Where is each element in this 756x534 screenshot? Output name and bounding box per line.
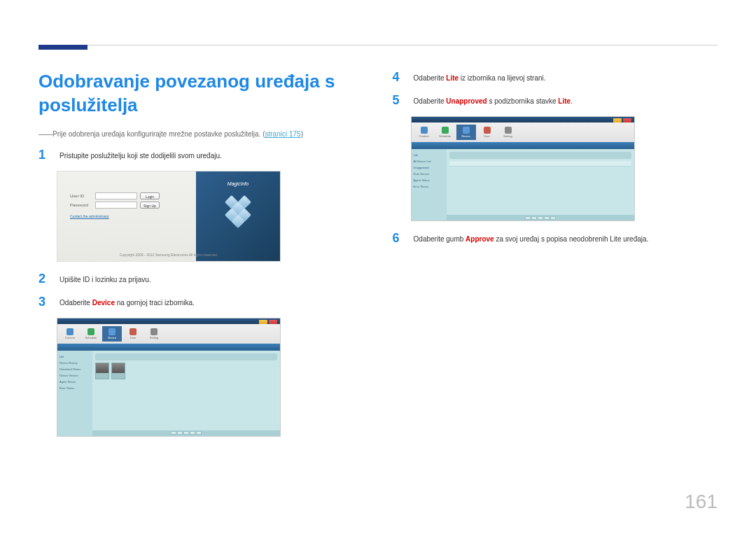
sidebar-item[interactable]: Data Service	[414, 171, 444, 177]
sidebar-item[interactable]: Error Status	[414, 183, 444, 190]
page-button[interactable]	[531, 216, 537, 220]
page-button[interactable]	[544, 216, 550, 220]
toolbar-label: Content	[419, 134, 429, 138]
list-header	[449, 152, 631, 159]
step-1: 1 Pristupite poslužitelju koji ste dodij…	[38, 148, 365, 162]
toolbar-user[interactable]: User	[477, 125, 497, 140]
step-number: 2	[38, 272, 51, 286]
app-titlebar	[57, 318, 280, 324]
sidebar-item-lite[interactable]: Lite	[59, 353, 90, 360]
sidebar-item[interactable]: Device History	[59, 360, 90, 366]
device-thumbnail[interactable]	[111, 363, 125, 379]
config-note: ――Prije odobrenja uređaja konfigurirajte…	[38, 130, 365, 138]
toolbar-content[interactable]: Content	[414, 125, 434, 140]
cube-logo-icon	[218, 188, 258, 228]
step-4: 4 Odaberite Lite iz izbornika na lijevoj…	[393, 70, 719, 85]
unapproved-app-screenshot: Content Schedule Device User Setting Lit…	[411, 116, 635, 221]
sidebar-item-lite[interactable]: Lite	[414, 152, 444, 158]
sidebar-item[interactable]: Error Status	[59, 385, 90, 391]
page-button[interactable]	[183, 431, 189, 435]
toolbar-label: Setting	[150, 336, 158, 339]
magicinfo-logo-text: MagicInfo	[227, 181, 248, 186]
step-6: 6 Odaberite gumb Approve za svoj uređaj …	[393, 231, 719, 246]
contact-admin-link[interactable]: Contact the administrator	[70, 214, 189, 218]
login-screenshot: User ID Login Password Sign Up Contact t…	[57, 171, 281, 262]
step-number: 5	[393, 93, 405, 108]
sidebar-item[interactable]: Agent Status	[59, 379, 90, 385]
sidebar-item[interactable]: Agent Status	[414, 177, 444, 183]
page-button[interactable]	[171, 431, 176, 435]
text-post: za svoj uređaj s popisa neodobrenih Lite…	[494, 235, 649, 243]
text-post: s podizbornika stavke	[487, 97, 559, 105]
toolbar-label: Schedule	[85, 336, 97, 339]
page-title: Odobravanje povezanog uređaja s poslužit…	[38, 70, 365, 118]
toolbar-setting[interactable]: Setting	[144, 326, 164, 342]
userid-label: User ID	[70, 194, 95, 198]
app-subbar	[412, 142, 634, 149]
pagination-bar	[92, 430, 280, 436]
note-suffix: )	[301, 130, 303, 138]
toolbar-right-buttons	[613, 118, 631, 122]
left-column: Odobravanje povezanog uređaja s poslužit…	[38, 70, 365, 447]
step-text: Odaberite Unapproved s podizbornika stav…	[414, 93, 573, 106]
toolbar-label: Content	[65, 336, 75, 339]
page-button[interactable]	[190, 431, 195, 435]
toolbar-content[interactable]: Content	[60, 326, 80, 342]
app-titlebar	[412, 117, 634, 122]
page-button[interactable]	[196, 431, 202, 435]
password-input[interactable]	[95, 202, 137, 209]
step-text: Odaberite Device na gornjoj traci izborn…	[59, 295, 195, 308]
toolbar-label: Device	[461, 134, 470, 138]
sidebar-item-unapproved[interactable]: Unapproved	[414, 164, 444, 171]
app-sidebar: Lite Device History Download Status Devi…	[57, 351, 92, 436]
app-toolbar: Content Schedule Device User Setting	[412, 122, 634, 142]
step-2: 2 Upišite ID i lozinku za prijavu.	[38, 272, 365, 286]
text-bold: Lite	[446, 74, 458, 82]
mini-button[interactable]	[259, 320, 267, 324]
toolbar-label: Schedule	[439, 134, 451, 138]
mini-button[interactable]	[613, 118, 622, 122]
text-post: na gornjoj traci izbornika.	[115, 299, 195, 307]
toolbar-label: User	[130, 336, 136, 339]
step-text: Odaberite Lite iz izbornika na lijevoj s…	[414, 70, 546, 83]
step-5: 5 Odaberite Unapproved s podizbornika st…	[393, 93, 719, 108]
signup-button[interactable]: Sign Up	[140, 202, 160, 209]
text-post: .	[570, 97, 573, 105]
mini-button[interactable]	[623, 118, 631, 122]
toolbar-device[interactable]: Device	[102, 326, 122, 342]
table-row[interactable]	[449, 161, 631, 167]
app-sidebar: Lite All Device List Unapproved Data Ser…	[412, 149, 447, 220]
toolbar-user[interactable]: User	[123, 326, 143, 342]
right-column: 4 Odaberite Lite iz izbornika na lijevoj…	[393, 70, 719, 447]
toolbar-setting[interactable]: Setting	[498, 125, 518, 140]
sidebar-item[interactable]: Download Status	[59, 366, 90, 372]
page-number: 161	[685, 491, 718, 513]
mini-button[interactable]	[269, 320, 277, 324]
userid-input[interactable]	[95, 192, 137, 199]
device-thumbnail[interactable]	[95, 363, 109, 379]
text-bold: Unapproved	[446, 97, 486, 105]
page-button[interactable]	[538, 216, 543, 220]
toolbar-schedule[interactable]: Schedule	[81, 326, 101, 342]
login-button[interactable]: Login	[140, 192, 160, 199]
sidebar-item[interactable]: All Device List	[414, 158, 444, 164]
step-number: 6	[393, 231, 405, 246]
login-branding-panel: MagicInfo	[196, 171, 280, 261]
page-button[interactable]	[550, 216, 556, 220]
app-toolbar: Content Schedule Device User Setting	[57, 324, 280, 344]
note-link[interactable]: stranici 175	[265, 130, 301, 138]
note-text: ――Prije odobrenja uređaja konfigurirajte…	[38, 130, 265, 138]
app-subbar	[57, 344, 280, 351]
section-marker	[38, 45, 88, 50]
text-pre: Odaberite	[59, 299, 92, 307]
toolbar-device[interactable]: Device	[456, 125, 476, 140]
page-button[interactable]	[177, 431, 183, 435]
toolbar-label: Device	[108, 336, 116, 339]
step-3: 3 Odaberite Device na gornjoj traci izbo…	[38, 295, 365, 309]
page-button[interactable]	[525, 216, 531, 220]
toolbar-schedule[interactable]: Schedule	[435, 125, 455, 140]
step-number: 3	[38, 295, 51, 309]
sidebar-item[interactable]: Device Version	[59, 372, 90, 379]
text-bold: Approve	[465, 235, 494, 243]
login-form-area: User ID Login Password Sign Up Contact t…	[57, 171, 196, 261]
